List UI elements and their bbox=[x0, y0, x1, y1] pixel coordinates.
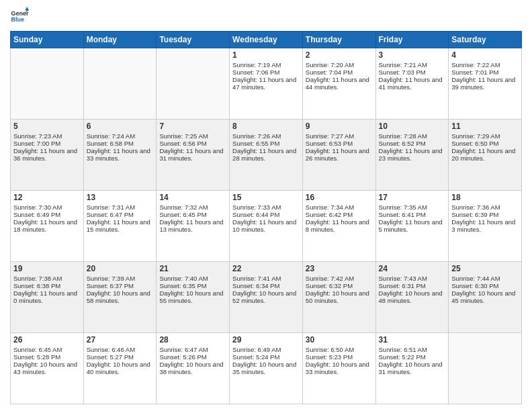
day-header-saturday: Saturday bbox=[449, 32, 522, 48]
day-number: 18 bbox=[451, 193, 519, 202]
sunset-text: Sunset: 5:23 PM bbox=[306, 353, 373, 361]
day-number: 1 bbox=[232, 50, 300, 60]
page: General Blue SundayMondayTuesdayWednesda… bbox=[0, 0, 532, 411]
calendar-cell: 9Sunrise: 7:27 AMSunset: 6:53 PMDaylight… bbox=[302, 120, 375, 191]
day-number: 25 bbox=[451, 264, 519, 273]
sunset-text: Sunset: 6:53 PM bbox=[306, 140, 373, 147]
calendar-cell: 6Sunrise: 7:24 AMSunset: 6:58 PMDaylight… bbox=[83, 120, 157, 191]
calendar-cell: 23Sunrise: 7:42 AMSunset: 6:32 PMDayligh… bbox=[302, 262, 375, 333]
day-number: 21 bbox=[159, 264, 226, 273]
day-number: 29 bbox=[232, 335, 300, 345]
calendar-cell: 19Sunrise: 7:38 AMSunset: 6:38 PMDayligh… bbox=[11, 262, 84, 333]
day-number: 27 bbox=[87, 335, 154, 345]
calendar-cell: 31Sunrise: 6:51 AMSunset: 5:22 PMDayligh… bbox=[375, 333, 449, 404]
sunrise-text: Sunrise: 7:41 AM bbox=[232, 275, 300, 282]
calendar-cell: 13Sunrise: 7:31 AMSunset: 6:47 PMDayligh… bbox=[83, 191, 157, 262]
day-number: 13 bbox=[87, 193, 154, 202]
day-number: 30 bbox=[306, 335, 373, 345]
sunset-text: Sunset: 7:03 PM bbox=[379, 68, 446, 76]
daylight-text: Daylight: 10 hours and 43 minutes. bbox=[13, 361, 81, 375]
calendar-cell: 17Sunrise: 7:35 AMSunset: 6:41 PMDayligh… bbox=[375, 191, 449, 262]
day-number: 14 bbox=[159, 193, 226, 202]
daylight-text: Daylight: 10 hours and 40 minutes. bbox=[87, 361, 154, 375]
day-number: 9 bbox=[306, 122, 373, 131]
calendar-week-4: 19Sunrise: 7:38 AMSunset: 6:38 PMDayligh… bbox=[11, 262, 522, 333]
sunset-text: Sunset: 6:39 PM bbox=[451, 211, 519, 218]
sunrise-text: Sunrise: 7:21 AM bbox=[379, 61, 446, 68]
daylight-text: Daylight: 11 hours and 33 minutes. bbox=[87, 147, 154, 162]
sunrise-text: Sunrise: 7:38 AM bbox=[13, 275, 81, 282]
sunset-text: Sunset: 6:30 PM bbox=[451, 282, 519, 289]
day-header-monday: Monday bbox=[83, 32, 157, 48]
sunrise-text: Sunrise: 7:26 AM bbox=[232, 132, 300, 140]
sunset-text: Sunset: 6:44 PM bbox=[232, 211, 300, 218]
daylight-text: Daylight: 10 hours and 33 minutes. bbox=[306, 361, 373, 375]
day-number: 26 bbox=[13, 335, 81, 345]
sunset-text: Sunset: 5:28 PM bbox=[13, 353, 81, 361]
sunset-text: Sunset: 6:37 PM bbox=[87, 282, 154, 289]
sunset-text: Sunset: 6:56 PM bbox=[159, 140, 226, 147]
sunrise-text: Sunrise: 7:40 AM bbox=[159, 275, 226, 282]
daylight-text: Daylight: 11 hours and 15 minutes. bbox=[87, 218, 154, 233]
calendar-cell: 12Sunrise: 7:30 AMSunset: 6:49 PMDayligh… bbox=[11, 191, 84, 262]
daylight-text: Daylight: 11 hours and 20 minutes. bbox=[451, 147, 519, 162]
sunset-text: Sunset: 6:41 PM bbox=[379, 211, 446, 218]
sunrise-text: Sunrise: 7:28 AM bbox=[379, 132, 446, 140]
sunrise-text: Sunrise: 6:47 AM bbox=[159, 346, 226, 353]
calendar-week-3: 12Sunrise: 7:30 AMSunset: 6:49 PMDayligh… bbox=[11, 191, 522, 262]
day-number: 17 bbox=[379, 193, 446, 202]
sunset-text: Sunset: 6:32 PM bbox=[306, 282, 373, 289]
sunset-text: Sunset: 7:01 PM bbox=[451, 68, 519, 76]
calendar-cell: 15Sunrise: 7:33 AMSunset: 6:44 PMDayligh… bbox=[230, 191, 303, 262]
daylight-text: Daylight: 11 hours and 5 minutes. bbox=[379, 218, 446, 233]
calendar-cell: 4Sunrise: 7:22 AMSunset: 7:01 PMDaylight… bbox=[449, 48, 522, 120]
calendar-cell: 30Sunrise: 6:50 AMSunset: 5:23 PMDayligh… bbox=[302, 333, 375, 404]
daylight-text: Daylight: 11 hours and 26 minutes. bbox=[306, 147, 373, 162]
day-number: 12 bbox=[13, 193, 81, 202]
header: General Blue bbox=[10, 7, 522, 26]
sunset-text: Sunset: 6:42 PM bbox=[306, 211, 373, 218]
sunrise-text: Sunrise: 7:32 AM bbox=[159, 203, 226, 211]
sunset-text: Sunset: 6:52 PM bbox=[379, 140, 446, 147]
day-number: 7 bbox=[159, 122, 226, 131]
sunset-text: Sunset: 5:26 PM bbox=[159, 353, 226, 361]
calendar-header-row: SundayMondayTuesdayWednesdayThursdayFrid… bbox=[11, 32, 522, 48]
daylight-text: Daylight: 11 hours and 13 minutes. bbox=[159, 218, 226, 233]
calendar-table: SundayMondayTuesdayWednesdayThursdayFrid… bbox=[10, 31, 522, 404]
sunrise-text: Sunrise: 6:45 AM bbox=[13, 346, 81, 353]
day-number: 23 bbox=[306, 264, 373, 273]
day-number: 5 bbox=[13, 122, 81, 131]
sunset-text: Sunset: 5:22 PM bbox=[379, 353, 446, 361]
calendar-cell: 25Sunrise: 7:44 AMSunset: 6:30 PMDayligh… bbox=[449, 262, 522, 333]
day-header-tuesday: Tuesday bbox=[157, 32, 230, 48]
sunrise-text: Sunrise: 7:34 AM bbox=[306, 203, 373, 211]
calendar-cell: 24Sunrise: 7:43 AMSunset: 6:31 PMDayligh… bbox=[375, 262, 449, 333]
calendar-cell bbox=[157, 48, 230, 120]
sunrise-text: Sunrise: 7:42 AM bbox=[306, 275, 373, 282]
calendar-cell: 1Sunrise: 7:19 AMSunset: 7:06 PMDaylight… bbox=[230, 48, 303, 120]
day-header-wednesday: Wednesday bbox=[230, 32, 303, 48]
sunrise-text: Sunrise: 6:49 AM bbox=[232, 346, 300, 353]
daylight-text: Daylight: 11 hours and 47 minutes. bbox=[232, 76, 300, 91]
daylight-text: Daylight: 10 hours and 38 minutes. bbox=[159, 361, 226, 375]
calendar-cell: 29Sunrise: 6:49 AMSunset: 5:24 PMDayligh… bbox=[230, 333, 303, 404]
sunrise-text: Sunrise: 6:51 AM bbox=[379, 346, 446, 353]
sunrise-text: Sunrise: 6:46 AM bbox=[87, 346, 154, 353]
sunset-text: Sunset: 6:49 PM bbox=[13, 211, 81, 218]
sunrise-text: Sunrise: 7:33 AM bbox=[232, 203, 300, 211]
calendar-cell: 11Sunrise: 7:29 AMSunset: 6:50 PMDayligh… bbox=[449, 120, 522, 191]
svg-text:General: General bbox=[11, 10, 29, 17]
sunrise-text: Sunrise: 7:23 AM bbox=[13, 132, 81, 140]
day-number: 6 bbox=[87, 122, 154, 131]
calendar-cell: 22Sunrise: 7:41 AMSunset: 6:34 PMDayligh… bbox=[230, 262, 303, 333]
daylight-text: Daylight: 11 hours and 3 minutes. bbox=[451, 218, 519, 233]
calendar-cell: 16Sunrise: 7:34 AMSunset: 6:42 PMDayligh… bbox=[302, 191, 375, 262]
calendar-cell: 10Sunrise: 7:28 AMSunset: 6:52 PMDayligh… bbox=[375, 120, 449, 191]
sunset-text: Sunset: 6:50 PM bbox=[451, 140, 519, 147]
sunset-text: Sunset: 6:55 PM bbox=[232, 140, 300, 147]
calendar-cell: 7Sunrise: 7:25 AMSunset: 6:56 PMDaylight… bbox=[157, 120, 230, 191]
sunset-text: Sunset: 6:45 PM bbox=[159, 211, 226, 218]
daylight-text: Daylight: 11 hours and 10 minutes. bbox=[232, 218, 300, 233]
calendar-cell: 20Sunrise: 7:39 AMSunset: 6:37 PMDayligh… bbox=[83, 262, 157, 333]
daylight-text: Daylight: 10 hours and 55 minutes. bbox=[159, 289, 226, 304]
